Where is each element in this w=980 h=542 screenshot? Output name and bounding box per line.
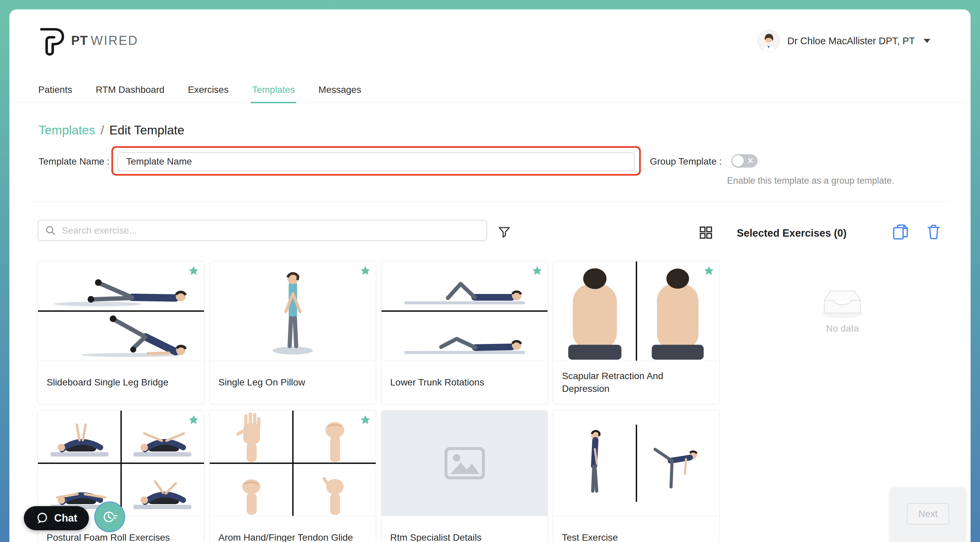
- user-menu[interactable]: Dr Chloe MacAllister DPT, PT: [757, 30, 930, 52]
- breadcrumb-separator: /: [101, 124, 104, 138]
- exercise-name: Arom Hand/Finger Tendon Glide: [210, 516, 376, 542]
- group-template-toggle[interactable]: [732, 154, 757, 168]
- exercise-name: Single Leg On Pillow: [210, 361, 376, 404]
- favorite-star-icon[interactable]: [703, 264, 715, 277]
- history-clock-button[interactable]: [94, 501, 125, 532]
- tab-rtm-dashboard[interactable]: RTM Dashboard: [94, 82, 166, 103]
- avatar[interactable]: [757, 30, 780, 52]
- exercise-thumbnail: [38, 261, 204, 361]
- exercise-card[interactable]: Rtm Specialist Details: [381, 410, 548, 542]
- exercise-name: Scapular Retraction And Depression: [553, 361, 719, 404]
- pt-wired-logo-text: PTWIRED: [71, 33, 138, 48]
- group-template-helper: Enable this template as a group template…: [727, 176, 894, 186]
- exercise-thumbnail: [382, 261, 547, 361]
- exercise-name: Test Exercise: [553, 516, 719, 542]
- pt-wired-logo-icon: [38, 24, 65, 57]
- tab-messages[interactable]: Messages: [317, 82, 363, 103]
- exercise-name: Lower Trunk Rotations: [382, 361, 547, 404]
- exercise-card[interactable]: Scapular Retraction And Depression: [553, 261, 720, 404]
- toggle-knob: [732, 155, 744, 166]
- favorite-star-icon[interactable]: [187, 413, 200, 426]
- exercise-thumbnail: [38, 410, 204, 516]
- exercise-card[interactable]: Arom Hand/Finger Tendon Glide: [209, 410, 376, 542]
- exercise-thumbnail: [210, 410, 376, 516]
- clock-icon: [101, 509, 118, 525]
- exercise-card[interactable]: Lower Trunk Rotations: [381, 261, 548, 404]
- exercise-card[interactable]: Test Exercise: [553, 410, 720, 542]
- exercise-thumbnail: [210, 261, 376, 361]
- search-input[interactable]: [61, 225, 480, 236]
- chat-button[interactable]: Chat: [24, 506, 89, 530]
- exercise-thumbnail: [553, 261, 719, 361]
- no-data-text: No data: [792, 323, 893, 334]
- delete-icon[interactable]: [925, 223, 942, 241]
- exercise-name: Slideboard Single Leg Bridge: [38, 361, 204, 404]
- favorite-star-icon[interactable]: [359, 264, 372, 277]
- next-button[interactable]: Next: [907, 503, 949, 525]
- search-icon: [45, 225, 56, 236]
- favorite-star-icon[interactable]: [359, 413, 372, 426]
- selected-exercises-empty-state: No data: [792, 285, 893, 334]
- exercise-search[interactable]: [38, 220, 487, 241]
- copy-template-icon[interactable]: [892, 222, 909, 241]
- chat-label: Chat: [54, 512, 78, 524]
- group-template-label: Group Template :: [650, 156, 722, 167]
- filter-funnel-icon[interactable]: [497, 225, 511, 239]
- template-name-label: Template Name :: [38, 156, 110, 167]
- exercise-card[interactable]: Slideboard Single Leg Bridge: [38, 261, 204, 404]
- app-window: PTWIRED Dr Chloe MacAllister DPT, PT Pat…: [10, 10, 970, 542]
- grid-view-icon[interactable]: [698, 225, 713, 240]
- selected-exercises-title: Selected Exercises (0): [737, 227, 846, 239]
- pt-wired-logo: PTWIRED: [38, 24, 138, 57]
- favorite-star-icon[interactable]: [187, 264, 200, 277]
- page-title: Edit Template: [109, 124, 185, 138]
- template-name-input[interactable]: [118, 152, 635, 171]
- tab-exercises[interactable]: Exercises: [186, 82, 230, 103]
- section-divider: [32, 201, 950, 201]
- chat-bubble-icon: [35, 512, 49, 525]
- breadcrumb-templates-link[interactable]: Templates: [38, 124, 95, 138]
- x-icon: [747, 157, 754, 164]
- tab-patients[interactable]: Patients: [37, 82, 73, 103]
- favorite-star-icon[interactable]: [531, 264, 544, 277]
- exercise-thumbnail: [553, 410, 719, 516]
- tab-templates[interactable]: Templates: [251, 82, 296, 103]
- user-name[interactable]: Dr Chloe MacAllister DPT, PT: [788, 35, 915, 47]
- exercise-card-grid: Slideboard Single Leg Bridge: [38, 261, 720, 542]
- wizard-footer-panel: Next: [890, 487, 966, 542]
- main-nav: Patients RTM Dashboard Exercises Templat…: [10, 82, 970, 103]
- exercise-name: Rtm Specialist Details: [382, 516, 547, 542]
- exercise-card[interactable]: Single Leg On Pillow: [209, 261, 376, 404]
- breadcrumb: Templates / Edit Template: [38, 124, 184, 138]
- chevron-down-icon[interactable]: [924, 39, 930, 43]
- empty-tray-icon: [820, 285, 865, 319]
- image-placeholder-icon: [382, 410, 547, 516]
